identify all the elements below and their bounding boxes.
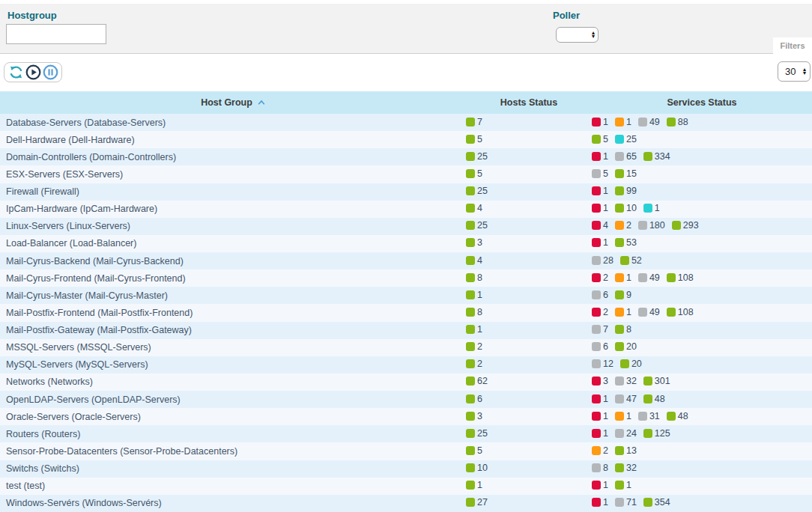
- status-count-ok[interactable]: 25: [466, 186, 488, 196]
- status-count-ok[interactable]: 88: [667, 117, 688, 127]
- status-count-ok[interactable]: 13: [615, 445, 637, 456]
- hostgroup-name-link[interactable]: Mail-Postfix-Frontend (Mail-Postfix-Fron…: [0, 308, 466, 318]
- status-count-warning[interactable]: 2: [592, 445, 608, 456]
- hostgroup-name-link[interactable]: Firewall (Firewall): [0, 186, 466, 197]
- hostgroup-name-link[interactable]: Mail-Cyrus-Backend (Mail-Cyrus-Backend): [0, 256, 466, 266]
- hostgroup-name-link[interactable]: Dell-Hardware (Dell-Hardware): [0, 135, 466, 145]
- status-count-ok[interactable]: 27: [466, 497, 488, 508]
- status-count-unknown[interactable]: 180: [638, 220, 665, 231]
- status-count-unknown[interactable]: 6: [592, 290, 608, 300]
- status-count-ok[interactable]: 2: [466, 359, 482, 369]
- status-count-critical[interactable]: 3: [592, 376, 608, 386]
- hostgroup-name-link[interactable]: Domain-Controllers (Domain-Controllers): [0, 152, 466, 162]
- status-count-unknown[interactable]: 6: [592, 341, 608, 352]
- status-count-ok[interactable]: 5: [592, 134, 608, 144]
- status-count-unknown[interactable]: 28: [592, 255, 613, 266]
- status-count-ok[interactable]: 5: [466, 168, 482, 179]
- status-count-unknown[interactable]: 32: [615, 376, 637, 386]
- status-count-ok[interactable]: 2: [466, 341, 482, 352]
- status-count-unknown[interactable]: 49: [638, 272, 660, 283]
- hostgroup-name-link[interactable]: Load-Balancer (Load-Balancer): [0, 238, 466, 249]
- status-count-ok[interactable]: 1: [466, 324, 482, 335]
- status-count-unknown[interactable]: 49: [638, 117, 660, 127]
- status-count-ok[interactable]: 334: [643, 151, 670, 162]
- status-count-ok[interactable]: 4: [466, 203, 482, 213]
- column-header-hosts-status[interactable]: Hosts Status: [466, 97, 592, 108]
- status-count-ok[interactable]: 25: [466, 428, 488, 439]
- status-count-critical[interactable]: 1: [592, 411, 608, 421]
- filters-tab[interactable]: Filters: [773, 37, 812, 54]
- status-count-critical[interactable]: 1: [592, 151, 608, 162]
- hostgroup-name-link[interactable]: Networks (Networks): [0, 377, 466, 387]
- status-count-critical[interactable]: 1: [592, 186, 608, 196]
- status-count-ok[interactable]: 52: [620, 255, 642, 266]
- status-count-ok[interactable]: 15: [615, 168, 637, 179]
- status-count-unknown[interactable]: 31: [638, 411, 660, 421]
- hostgroup-filter-input[interactable]: [6, 24, 106, 44]
- status-count-warning[interactable]: 1: [615, 117, 631, 127]
- status-count-pending[interactable]: 25: [615, 134, 637, 144]
- status-count-ok[interactable]: 1: [466, 480, 482, 490]
- status-count-ok[interactable]: 25: [466, 220, 488, 231]
- status-count-ok[interactable]: 6: [466, 394, 482, 404]
- status-count-ok[interactable]: 32: [615, 463, 637, 473]
- status-count-unknown[interactable]: 7: [592, 324, 608, 335]
- status-count-critical[interactable]: 2: [592, 272, 608, 283]
- status-count-ok[interactable]: 8: [466, 272, 482, 283]
- status-count-ok[interactable]: 53: [615, 237, 637, 248]
- play-icon[interactable]: [25, 64, 41, 81]
- status-count-ok[interactable]: 20: [615, 341, 637, 352]
- status-count-ok[interactable]: 7: [466, 117, 482, 127]
- status-count-unknown[interactable]: 47: [615, 394, 637, 404]
- status-count-ok[interactable]: 9: [615, 290, 631, 300]
- hostgroup-name-link[interactable]: test (test): [0, 481, 466, 491]
- status-count-warning[interactable]: 1: [615, 411, 631, 421]
- status-count-ok[interactable]: 293: [672, 220, 699, 231]
- status-count-ok[interactable]: 108: [667, 307, 694, 317]
- hostgroup-name-link[interactable]: Mail-Cyrus-Master (Mail-Cyrus-Master): [0, 290, 466, 301]
- status-count-ok[interactable]: 301: [643, 376, 670, 386]
- status-count-critical[interactable]: 2: [592, 307, 608, 317]
- hostgroup-name-link[interactable]: Routers (Routers): [0, 429, 466, 439]
- hostgroup-name-link[interactable]: Linux-Servers (Linux-Servers): [0, 221, 466, 231]
- hostgroup-name-link[interactable]: MSSQL-Servers (MSSQL-Servers): [0, 342, 466, 353]
- column-header-host-group[interactable]: Host Group: [0, 97, 466, 108]
- status-count-ok[interactable]: 48: [667, 411, 688, 421]
- status-count-unknown[interactable]: 5: [592, 168, 608, 179]
- status-count-critical[interactable]: 1: [592, 203, 608, 213]
- status-count-warning[interactable]: 1: [615, 272, 631, 283]
- status-count-ok[interactable]: 8: [466, 307, 482, 317]
- status-count-unknown[interactable]: 24: [615, 428, 637, 439]
- hostgroup-name-link[interactable]: Database-Servers (Database-Servers): [0, 118, 466, 128]
- hostgroup-name-link[interactable]: OpenLDAP-Servers (OpenLDAP-Servers): [0, 394, 466, 405]
- status-count-warning[interactable]: 2: [615, 220, 631, 231]
- status-count-ok[interactable]: 5: [466, 134, 482, 144]
- status-count-ok[interactable]: 4: [466, 255, 482, 266]
- status-count-ok[interactable]: 354: [643, 497, 670, 508]
- status-count-critical[interactable]: 4: [592, 220, 608, 231]
- status-count-unknown[interactable]: 49: [638, 307, 660, 317]
- hostgroup-name-link[interactable]: Windows-Servérs (Windows-Servérs): [0, 498, 466, 508]
- hostgroup-name-link[interactable]: Mail-Postfix-Gateway (Mail-Postfix-Gatew…: [0, 325, 466, 335]
- poller-select[interactable]: ▴▾: [556, 27, 599, 43]
- status-count-unknown[interactable]: 71: [615, 497, 637, 508]
- hostgroup-name-link[interactable]: IpCam-Hardware (IpCam-Hardware): [0, 204, 466, 214]
- status-count-unknown[interactable]: 65: [615, 151, 637, 162]
- status-count-critical[interactable]: 1: [592, 480, 608, 490]
- status-count-ok[interactable]: 20: [620, 359, 642, 369]
- status-count-warning[interactable]: 1: [615, 307, 631, 317]
- status-count-ok[interactable]: 62: [466, 376, 488, 386]
- status-count-unknown[interactable]: 8: [592, 463, 608, 473]
- hostgroup-name-link[interactable]: ESX-Servers (ESX-Servers): [0, 169, 466, 180]
- hostgroup-name-link[interactable]: Oracle-Servers (Oracle-Servers): [0, 412, 466, 422]
- status-count-critical[interactable]: 1: [592, 497, 608, 508]
- status-count-unknown[interactable]: 12: [592, 359, 613, 369]
- hostgroup-name-link[interactable]: Switchs (Switchs): [0, 463, 466, 474]
- status-count-ok[interactable]: 1: [466, 290, 482, 300]
- refresh-icon[interactable]: [7, 64, 24, 81]
- status-count-ok[interactable]: 48: [643, 394, 665, 404]
- status-count-ok[interactable]: 125: [643, 428, 670, 439]
- hostgroup-name-link[interactable]: Sensor-Probe-Datacenters (Sensor-Probe-D…: [0, 446, 466, 457]
- status-count-ok[interactable]: 25: [466, 151, 488, 162]
- status-count-ok[interactable]: 99: [615, 186, 637, 196]
